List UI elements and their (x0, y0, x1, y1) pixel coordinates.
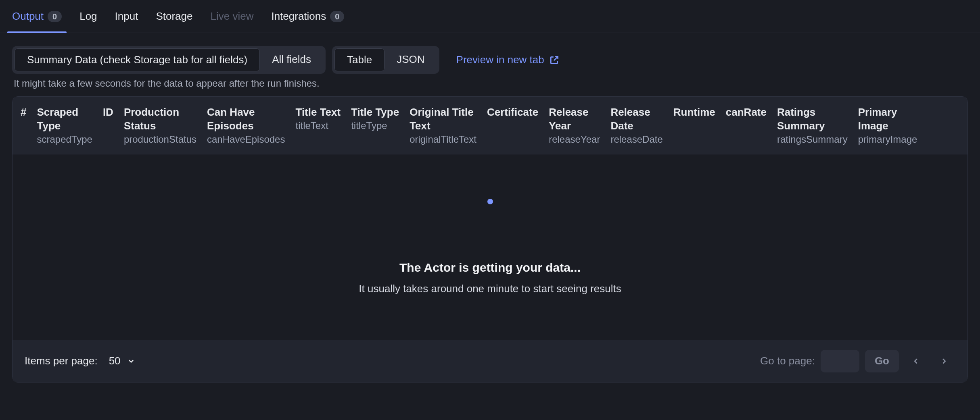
output-table-panel: #ScrapedTypescrapedTypeIDProductionStatu… (12, 96, 968, 383)
column-header-label: ReleaseYear (549, 106, 600, 133)
table-column-header[interactable]: ID (103, 106, 113, 119)
table-column-header[interactable]: RatingsSummaryratingsSummary (777, 106, 848, 145)
tab-label: Input (115, 10, 138, 23)
output-toolbar: Summary Data (check Storage tab for all … (0, 33, 980, 74)
table-column-header[interactable]: ReleaseYearreleaseYear (549, 106, 600, 145)
column-header-label: Can HaveEpisodes (207, 106, 285, 133)
chevron-left-icon (911, 357, 920, 366)
table-column-header[interactable]: Can HaveEpisodescanHaveEpisodes (207, 106, 285, 145)
table-column-header[interactable]: canRate (726, 106, 767, 119)
items-per-page-label: Items per page: (25, 355, 98, 367)
go-to-page-input[interactable] (821, 350, 859, 372)
tab-integrations-badge: 0 (330, 11, 344, 22)
table-column-header[interactable]: Runtime (673, 106, 715, 119)
table-column-header[interactable]: # (21, 106, 26, 119)
table-column-header[interactable]: ReleaseDatereleaseDate (610, 106, 662, 145)
column-header-key: canHaveEpisodes (207, 134, 285, 145)
column-header-label: canRate (726, 106, 767, 119)
loading-sub-text: It usually takes around one minute to st… (359, 283, 621, 295)
table-column-header[interactable]: PrimaryImageprimaryImage (858, 106, 917, 145)
tab-label: Storage (156, 10, 192, 23)
table-column-header[interactable]: ProductionStatusproductionStatus (124, 106, 196, 145)
tab-label: Integrations (271, 10, 326, 23)
column-header-key: ratingsSummary (777, 134, 848, 145)
table-column-header[interactable]: Title TypetitleType (351, 106, 399, 131)
column-header-label: ProductionStatus (124, 106, 196, 133)
column-header-label: Certificate (487, 106, 538, 119)
table-column-header[interactable]: Certificate (487, 106, 538, 119)
table-footer: Items per page: 50 Go to page: Go (13, 340, 967, 382)
column-header-label: PrimaryImage (858, 106, 917, 133)
loading-spinner-icon (487, 199, 493, 204)
column-header-key: titleText (295, 120, 341, 131)
tab-input[interactable]: Input (115, 0, 138, 33)
tab-live-view[interactable]: Live view (210, 0, 253, 33)
format-segmented-control: Table JSON (332, 46, 439, 74)
column-header-key: scrapedType (37, 134, 92, 145)
column-header-label: Title Type (351, 106, 399, 119)
tab-integrations[interactable]: Integrations 0 (271, 0, 344, 33)
tab-label: Output (12, 10, 44, 23)
items-per-page-value: 50 (109, 355, 121, 367)
fields-summary-button[interactable]: Summary Data (check Storage tab for all … (15, 48, 260, 71)
column-header-key: titleType (351, 120, 399, 131)
column-header-key: originalTitleText (410, 134, 476, 145)
main-tabs: Output 0 Log Input Storage Live view Int… (0, 0, 980, 33)
external-link-icon (549, 55, 560, 65)
table-column-header[interactable]: Title TexttitleText (295, 106, 341, 131)
table-header-row: #ScrapedTypescrapedTypeIDProductionStatu… (13, 97, 967, 154)
column-header-label: RatingsSummary (777, 106, 848, 133)
table-body-loading: The Actor is getting your data... It usu… (13, 154, 967, 340)
column-header-label: ScrapedType (37, 106, 92, 133)
column-header-label: Title Text (295, 106, 341, 119)
tab-label: Live view (210, 10, 253, 23)
items-per-page: Items per page: 50 (25, 355, 135, 367)
column-header-key: releaseYear (549, 134, 600, 145)
go-to-page-button[interactable]: Go (865, 350, 899, 372)
chevron-right-icon (940, 357, 949, 366)
pagination-controls: Go to page: Go (760, 350, 955, 372)
preview-link-label: Preview in new tab (456, 54, 544, 66)
tab-storage[interactable]: Storage (156, 0, 192, 33)
go-to-page-label: Go to page: (760, 355, 815, 367)
column-header-label: # (21, 106, 26, 119)
tab-output[interactable]: Output 0 (12, 0, 62, 33)
column-header-label: Runtime (673, 106, 715, 119)
tab-label: Log (79, 10, 97, 23)
prev-page-button[interactable] (905, 350, 927, 372)
column-header-key: productionStatus (124, 134, 196, 145)
format-json-button[interactable]: JSON (384, 48, 437, 71)
items-per-page-select[interactable]: 50 (109, 355, 135, 367)
format-table-button[interactable]: Table (334, 48, 384, 71)
chevron-down-icon (127, 357, 135, 365)
column-header-key: primaryImage (858, 134, 917, 145)
fields-segmented-control: Summary Data (check Storage tab for all … (12, 46, 326, 74)
tab-log[interactable]: Log (79, 0, 97, 33)
table-column-header[interactable]: Original TitleTextoriginalTitleText (410, 106, 476, 145)
output-hint-text: It might take a few seconds for the data… (0, 74, 980, 89)
column-header-label: ID (103, 106, 113, 119)
column-header-key: releaseDate (610, 134, 662, 145)
loading-title-text: The Actor is getting your data... (399, 261, 581, 274)
table-column-header[interactable]: ScrapedTypescrapedType (37, 106, 92, 145)
fields-all-button[interactable]: All fields (260, 48, 323, 71)
next-page-button[interactable] (933, 350, 955, 372)
preview-new-tab-link[interactable]: Preview in new tab (456, 54, 560, 66)
column-header-label: ReleaseDate (610, 106, 662, 133)
column-header-label: Original TitleText (410, 106, 476, 133)
tab-output-badge: 0 (48, 11, 62, 22)
